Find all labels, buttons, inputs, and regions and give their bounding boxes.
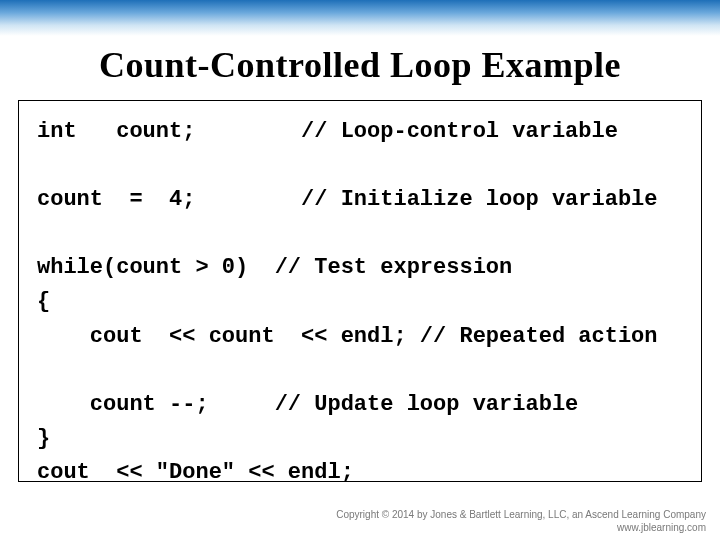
copyright-footer: Copyright © 2014 by Jones & Bartlett Lea… bbox=[336, 509, 706, 534]
code-line: count --; // Update loop variable bbox=[37, 392, 578, 417]
code-line: int count; // Loop-control variable bbox=[37, 119, 618, 144]
code-line: { bbox=[37, 289, 50, 314]
code-line: cout << "Done" << endl; bbox=[37, 460, 354, 485]
code-line: cout << count << endl; // Repeated actio… bbox=[37, 324, 658, 349]
slide-title: Count-Controlled Loop Example bbox=[0, 44, 720, 86]
copyright-url: www.jblearning.com bbox=[336, 522, 706, 535]
slide-top-gradient bbox=[0, 0, 720, 36]
code-line: while(count > 0) // Test expression bbox=[37, 255, 512, 280]
code-line: } bbox=[37, 426, 50, 451]
copyright-line: Copyright © 2014 by Jones & Bartlett Lea… bbox=[336, 509, 706, 522]
code-example-box: int count; // Loop-control variable coun… bbox=[18, 100, 702, 482]
code-line: count = 4; // Initialize loop variable bbox=[37, 187, 658, 212]
